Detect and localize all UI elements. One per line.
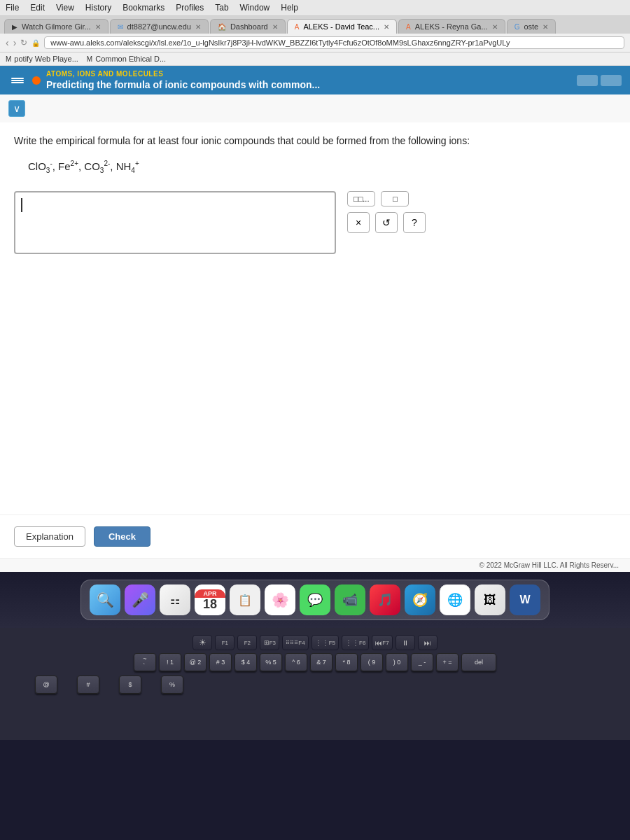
tab-email[interactable]: ✉ dt8827@uncw.edu ✕ [110,19,209,34]
key-f2[interactable]: F2 [237,635,257,650]
tab-close-aleks-reyna[interactable]: ✕ [492,23,498,31]
tab-oste[interactable]: G oste ✕ [507,19,556,34]
menu-bookmarks[interactable]: Bookmarks [122,3,164,13]
dock-area: 🔍 🎤 ⚏ APR 18 📋 🌸 💬 📹 🎵 🧭 🌐 🖼 W [0,572,630,628]
key-6[interactable]: ^ 6 [285,653,307,671]
dock-calendar[interactable]: APR 18 [195,584,225,615]
key-5[interactable]: % 5 [260,653,282,671]
tools-row-top: □□... □ [347,191,426,206]
menu-profiles[interactable]: Profiles [176,3,204,13]
dock-preview[interactable]: 🖼 [475,584,505,615]
tab-close-gilmore[interactable]: ✕ [95,23,101,31]
key-percent[interactable]: % [161,676,183,694]
key-4[interactable]: $ 4 [234,653,257,671]
aleks-header: ATOMS, IONS AND MOLECULES Predicting the… [0,66,630,94]
tab-bar: ▶ Watch Gilmore Gir... ✕ ✉ dt8827@uncw.e… [0,16,630,34]
key-f4[interactable]: ⠿⠿⠿ F4 [282,635,308,650]
key-f7[interactable]: ⏮ F7 [372,635,392,650]
menu-view[interactable]: View [56,3,74,13]
key-f1[interactable]: F1 [215,635,234,650]
lock-icon: 🔒 [31,39,40,47]
dock-messages[interactable]: 💬 [300,584,330,615]
keyboard-area: ☀ F1 F2 ⊞ F3 ⠿⠿⠿ F4 ⋮⋮ F5 ⋮⋮ F6 ⏮ F7 ⏸ ⏭… [0,628,630,740]
superscript-tool[interactable]: □ [381,191,409,206]
key-backtick[interactable]: ~` [134,653,156,671]
question-text: Write the empirical formula for at least… [14,134,616,148]
tab-close-dashboard[interactable]: ✕ [272,23,278,31]
cross-button[interactable]: × [347,212,370,233]
collapse-button[interactable]: ∨ [8,100,25,117]
bookmark-ethical[interactable]: M Common Ethical D... [87,55,166,63]
menu-history[interactable]: History [85,3,111,13]
key-delete[interactable]: del [461,653,496,671]
key-f5[interactable]: ⋮⋮ F5 [312,635,339,650]
menu-edit[interactable]: Edit [30,3,45,13]
undo-button[interactable]: ↺ [375,212,398,233]
bookmarks-bar: M potify Web Playe... M Common Ethical D… [0,52,630,66]
tab-close-aleks-david[interactable]: ✕ [384,23,389,31]
key-minus[interactable]: _ - [411,653,433,671]
header-btn-2[interactable] [601,75,622,86]
tab-aleks-david[interactable]: A ALEKS - David Teac... ✕ [287,19,397,34]
back-button[interactable]: ‹ [6,37,9,48]
key-0[interactable]: ) 0 [386,653,408,671]
answer-section: □□... □ × ↺ ? [14,191,616,254]
menu-tab[interactable]: Tab [215,3,228,13]
subscript-tool[interactable]: □□... [347,191,375,206]
key-7[interactable]: & 7 [310,653,332,671]
menu-help[interactable]: Help [281,3,298,13]
status-dot [32,76,41,85]
menu-file[interactable]: File [6,3,19,13]
dock-music[interactable]: 🎵 [370,584,400,615]
dock-word[interactable]: W [510,584,540,615]
key-dollar[interactable]: $ [119,676,141,694]
key-equals[interactable]: + = [436,653,458,671]
address-input[interactable]: www-awu.aleks.com/alekscgi/x/lsl.exe/1o_… [44,36,624,49]
menu-window[interactable]: Window [240,3,270,13]
dock-safari[interactable]: 🧭 [405,584,435,615]
header-btn-1[interactable] [577,75,598,86]
key-8[interactable]: * 8 [335,653,358,671]
tab-close-oste[interactable]: ✕ [542,23,548,31]
key-3[interactable]: # 3 [209,653,232,671]
refresh-button[interactable]: ↻ [20,38,27,48]
dock-launchpad[interactable]: ⚏ [160,584,190,615]
dock-chrome[interactable]: 🌐 [440,584,470,615]
key-f9[interactable]: ⏭ [418,635,438,650]
answer-input-box[interactable] [14,191,336,254]
tools-panel: □□... □ × ↺ ? [347,191,426,233]
explanation-button[interactable]: Explanation [14,526,85,547]
dock-facetime[interactable]: 📹 [335,584,365,615]
key-2[interactable]: @ 2 [184,653,206,671]
symbol-row: @ # $ % [7,676,623,694]
bookmark-spotify[interactable]: M potify Web Playe... [6,55,78,63]
key-hash[interactable]: # [77,676,99,694]
browser-chrome: File Edit View History Bookmarks Profile… [0,0,630,66]
key-9[interactable]: ( 9 [360,653,383,671]
menu-bar: File Edit View History Bookmarks Profile… [0,0,630,16]
check-button[interactable]: Check [94,526,150,547]
bottom-buttons: Explanation Check [0,514,630,558]
key-f6[interactable]: ⋮⋮ F6 [342,635,369,650]
tools-row-bottom: × ↺ ? [347,212,426,233]
dock: 🔍 🎤 ⚏ APR 18 📋 🌸 💬 📹 🎵 🧭 🌐 🖼 W [80,580,550,620]
dock-reminders[interactable]: 📋 [230,584,260,615]
dock-siri[interactable]: 🎤 [125,584,155,615]
key-f8[interactable]: ⏸ [396,635,415,650]
tab-dashboard[interactable]: 🏠 Dashboard ✕ [210,19,286,34]
key-1[interactable]: ! 1 [159,653,181,671]
key-at[interactable]: @ [35,676,57,694]
tab-gilmore[interactable]: ▶ Watch Gilmore Gir... ✕ [4,19,108,34]
help-button[interactable]: ? [403,212,426,233]
key-brightness-down[interactable]: ☀ [192,635,212,650]
dock-finder[interactable]: 🔍 [90,584,120,615]
copyright: © 2022 McGraw Hill LLC. All Rights Reser… [0,558,630,572]
sidebar-toggle[interactable] [8,75,27,86]
key-f3[interactable]: ⊞ F3 [260,635,279,650]
page-content: ATOMS, IONS AND MOLECULES Predicting the… [0,66,630,572]
tab-close-email[interactable]: ✕ [195,23,201,31]
dock-photos[interactable]: 🌸 [265,584,295,615]
fn-key-row: ☀ F1 F2 ⊞ F3 ⠿⠿⠿ F4 ⋮⋮ F5 ⋮⋮ F6 ⏮ F7 ⏸ ⏭ [7,635,623,650]
forward-button[interactable]: › [13,37,17,48]
tab-aleks-reyna[interactable]: A ALEKS - Reyna Ga... ✕ [398,19,505,34]
